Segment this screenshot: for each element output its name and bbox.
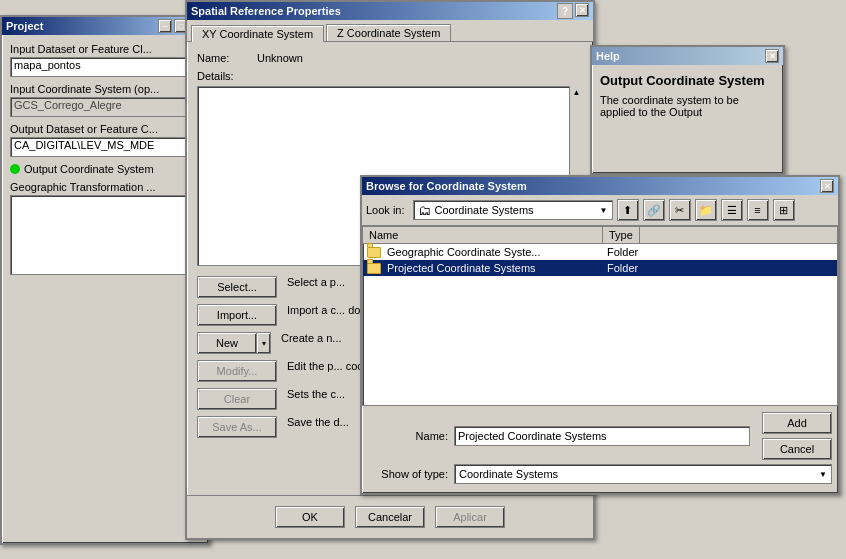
file-name-cell-0: Geographic Coordinate Syste... — [367, 246, 607, 258]
disconnect-drive-btn[interactable]: ✂ — [669, 199, 691, 221]
col-header-name: Name — [363, 227, 603, 243]
spatial-title-bar: Spatial Reference Properties ? ✕ — [187, 2, 593, 20]
tab-z-coordinate[interactable]: Z Coordinate System — [326, 24, 451, 41]
name-row: Name: Unknown — [197, 52, 583, 64]
status-dot-green — [10, 164, 20, 174]
cancel-button[interactable]: Cancelar — [355, 506, 425, 528]
question-icon: ? — [562, 6, 568, 17]
modify-button[interactable]: Modify... — [197, 360, 277, 382]
help-title-bar: Help ✕ — [592, 47, 783, 65]
spatial-title: Spatial Reference Properties — [191, 5, 341, 17]
name-value: Unknown — [257, 52, 583, 64]
browse-cancel-button[interactable]: Cancel — [762, 438, 832, 460]
browse-type-row: Show of type: Coordinate Systems ▼ — [368, 464, 832, 484]
file-type-cell-1: Folder — [607, 262, 833, 274]
clear-button[interactable]: Clear — [197, 388, 277, 410]
list-view-btn[interactable]: ☰ — [721, 199, 743, 221]
project-window: Project ─ □ ✕ Input Dataset or Feature C… — [0, 15, 210, 545]
browse-name-label: Name: — [368, 430, 448, 442]
spatial-tab-bar: XY Coordinate System Z Coordinate System — [187, 20, 593, 42]
look-in-dropdown[interactable]: 🗂 Coordinate Systems ▼ — [413, 200, 613, 220]
new-dropdown-arrow[interactable]: ▾ — [257, 332, 271, 354]
maximize-icon: □ — [179, 22, 184, 31]
browse-name-input[interactable] — [454, 426, 750, 446]
folder-icon-0 — [367, 246, 383, 258]
help-heading: Output Coordinate System — [600, 73, 775, 88]
look-in-label: Look in: — [366, 204, 405, 216]
project-title-bar: Project ─ □ ✕ — [2, 17, 208, 35]
browse-btn-col: Add Cancel — [762, 412, 832, 460]
list-view-icon: ☰ — [727, 204, 737, 217]
dropdown-arrow-icon: ▼ — [600, 206, 608, 215]
detail-view-btn[interactable]: ≡ — [747, 199, 769, 221]
minimize-icon: ─ — [162, 22, 168, 31]
ok-cancel-bar: OK Cancelar Aplicar — [187, 495, 593, 538]
close-icon: ✕ — [579, 6, 586, 15]
file-list: Name Type Geographic Coordinate Syste...… — [362, 226, 838, 406]
geo-transform-list[interactable] — [10, 195, 200, 275]
select-desc: Select a p... — [287, 276, 345, 288]
output-dataset-label: Output Dataset or Feature C... — [10, 123, 200, 135]
geo-transform-label: Geographic Transformation ... — [10, 181, 200, 193]
folder-up-btn[interactable]: ⬆ — [617, 199, 639, 221]
col-header-type: Type — [603, 227, 640, 243]
disconnect-icon: ✂ — [675, 204, 684, 217]
spatial-close-btn[interactable]: ✕ — [575, 3, 589, 17]
input-coord-input: GCS_Corrego_Alegre — [10, 97, 200, 117]
new-button-group: New ▾ — [197, 332, 271, 354]
help-title-controls: ✕ — [765, 49, 779, 63]
input-dataset-label: Input Dataset or Feature Cl... — [10, 43, 200, 55]
help-title: Help — [596, 50, 620, 62]
scrollbar-up-btn[interactable]: ▲ — [573, 88, 581, 97]
file-name-cell-1: Projected Coordinate Systems — [367, 262, 607, 274]
spatial-title-controls: ? ✕ — [557, 3, 589, 19]
browse-name-row: Name: Add Cancel — [368, 412, 832, 460]
help-body: The coordinate system to be applied to t… — [600, 94, 775, 118]
help-window: Help ✕ Output Coordinate System The coor… — [590, 45, 785, 175]
file-row-0[interactable]: Geographic Coordinate Syste... Folder — [363, 244, 837, 260]
clear-desc: Sets the c... — [287, 388, 345, 400]
new-button[interactable]: New — [197, 332, 257, 354]
file-row-1[interactable]: Projected Coordinate Systems Folder — [363, 260, 837, 276]
help-content: Output Coordinate System The coordinate … — [592, 65, 783, 126]
project-minimize-btn[interactable]: ─ — [158, 19, 172, 33]
input-dataset-input[interactable]: mapa_pontos — [10, 57, 200, 77]
folder-up-icon: ⬆ — [623, 204, 632, 217]
new-folder-btn[interactable]: 📁 — [695, 199, 717, 221]
browse-title: Browse for Coordinate System — [366, 180, 527, 192]
detail-view-icon: ≡ — [754, 204, 760, 216]
output-dataset-input[interactable]: CA_DIGITAL\LEV_MS_MDE — [10, 137, 200, 157]
apply-button[interactable]: Aplicar — [435, 506, 505, 528]
help-close-btn[interactable]: ✕ — [765, 49, 779, 63]
import-button[interactable]: Import... — [197, 304, 277, 326]
thumbnail-view-btn[interactable]: ⊞ — [773, 199, 795, 221]
new-desc: Create a n... — [281, 332, 342, 344]
spatial-help-btn[interactable]: ? — [557, 3, 573, 19]
folder-icon-small: 🗂 — [418, 203, 431, 218]
file-type-cell-0: Folder — [607, 246, 833, 258]
file-list-header: Name Type — [363, 227, 837, 244]
add-button[interactable]: Add — [762, 412, 832, 434]
type-dropdown-arrow-icon: ▼ — [819, 470, 827, 479]
ok-button[interactable]: OK — [275, 506, 345, 528]
browse-toolbar: Look in: 🗂 Coordinate Systems ▼ ⬆ 🔗 ✂ 📁 … — [362, 195, 838, 226]
input-coord-label: Input Coordinate System (op... — [10, 83, 200, 95]
browse-close-btn[interactable]: ✕ — [820, 179, 834, 193]
browse-window: Browse for Coordinate System ✕ Look in: … — [360, 175, 840, 495]
output-coord-system-row: Output Coordinate System — [10, 163, 200, 175]
select-button[interactable]: Select... — [197, 276, 277, 298]
save-as-desc: Save the d... — [287, 416, 349, 428]
show-type-dropdown[interactable]: Coordinate Systems ▼ — [454, 464, 832, 484]
browse-title-controls: ✕ — [820, 179, 834, 193]
connect-drive-btn[interactable]: 🔗 — [643, 199, 665, 221]
tab-xy-coordinate[interactable]: XY Coordinate System — [191, 25, 324, 42]
name-label: Name: — [197, 52, 257, 64]
details-label: Details: — [197, 70, 583, 82]
output-coord-system-label: Output Coordinate System — [24, 163, 154, 175]
close-icon: ✕ — [824, 182, 831, 191]
browse-title-bar: Browse for Coordinate System ✕ — [362, 177, 838, 195]
folder-icon-1 — [367, 262, 383, 274]
save-as-button[interactable]: Save As... — [197, 416, 277, 438]
browse-bottom: Name: Add Cancel Show of type: Coordinat… — [362, 406, 838, 490]
new-folder-icon: 📁 — [699, 204, 713, 217]
